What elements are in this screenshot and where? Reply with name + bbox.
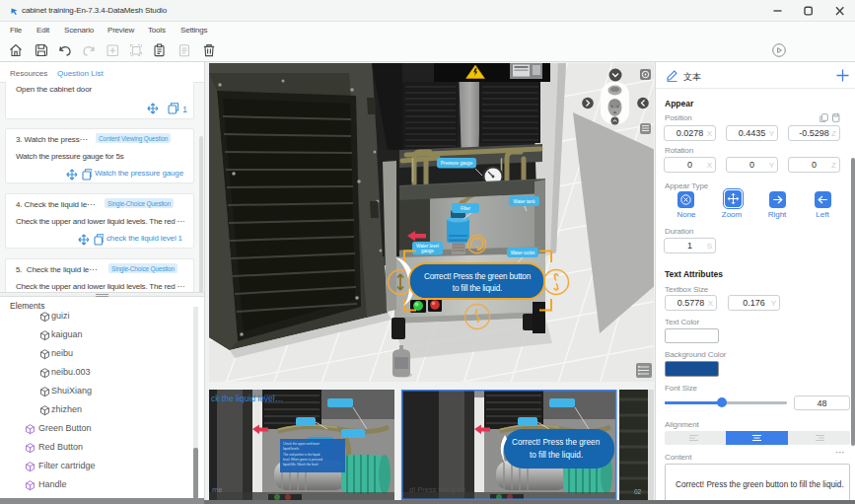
svg-text:ck the liquid level…: ck the liquid level… (211, 394, 283, 403)
svg-text:liquid fills. Watch the level.: liquid fills. Watch the level. (283, 463, 319, 467)
svg-text:to fill the liquid.: to fill the liquid. (453, 284, 502, 293)
svg-text:gauge: gauge (421, 249, 434, 253)
svg-text:Pressure gauge: Pressure gauge (441, 161, 473, 166)
svg-text:1: 1 (182, 105, 187, 114)
svg-text:me: me (212, 485, 222, 494)
svg-text:Correct! Press the green butto: Correct! Press the green button (424, 272, 532, 281)
svg-text:Water outlet: Water outlet (511, 251, 535, 255)
svg-text:Water level: Water level (416, 244, 439, 249)
svg-text:to fill the liquid.: to fill the liquid. (530, 451, 583, 460)
svg-text:Correct! Press the green: Correct! Press the green (512, 438, 601, 447)
svg-text:liquid levels: liquid levels (283, 447, 299, 451)
svg-text:Water tank: Water tank (513, 199, 535, 204)
svg-text:02: 02 (634, 488, 642, 495)
svg-text:d! Press the gree: d! Press the gree (409, 485, 465, 494)
svg-text:level. When green is pressed: level. When green is pressed (283, 458, 322, 462)
svg-text:Check the upper and lower: Check the upper and lower (283, 442, 320, 446)
svg-text:The red pointer is the liquid: The red pointer is the liquid (283, 453, 321, 457)
svg-text:Filter: Filter (461, 206, 471, 211)
